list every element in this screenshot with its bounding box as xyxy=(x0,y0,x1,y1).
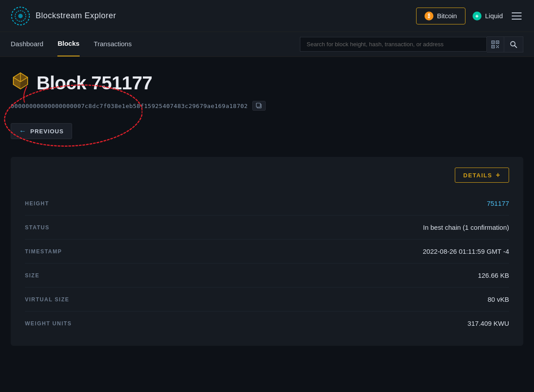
svg-point-2 xyxy=(18,14,23,18)
liquid-label: Liquid xyxy=(485,12,503,20)
virtual-size-value: 80 vKB xyxy=(488,296,509,303)
info-row-timestamp: TIMESTAMP 2022-08-26 01:11:59 GMT -4 xyxy=(25,240,509,264)
qr-icon xyxy=(491,40,499,48)
details-label: DETAILS xyxy=(463,172,492,179)
plus-icon: + xyxy=(496,171,501,179)
details-button[interactable]: DETAILS + xyxy=(455,168,509,183)
qr-button[interactable] xyxy=(487,36,504,52)
nav-transactions[interactable]: Transactions xyxy=(94,32,132,56)
logo-icon xyxy=(11,6,30,26)
block-title: Block 751177 xyxy=(36,72,152,94)
status-label: STATUS xyxy=(25,224,49,231)
virtual-size-label: VIRTUAL SIZE xyxy=(25,296,69,303)
nav-dashboard[interactable]: Dashboard xyxy=(11,32,43,56)
hamburger-menu[interactable] xyxy=(510,11,523,21)
hash-row: 00000000000000000007c8dc7f038e1eb58f1592… xyxy=(11,101,523,111)
details-card: DETAILS + HEIGHT 751177 STATUS In best c… xyxy=(11,157,523,346)
nav-blocks[interactable]: Blocks xyxy=(57,32,79,56)
bitcoin-button[interactable]: ₿ Bitcoin xyxy=(416,8,465,24)
weight-units-value: 317.409 KWU xyxy=(468,320,509,327)
top-navigation: Blockstream Explorer ₿ Bitcoin ◈ Liquid xyxy=(0,0,534,32)
svg-rect-11 xyxy=(496,47,497,48)
size-label: SIZE xyxy=(25,272,40,279)
copy-hash-button[interactable] xyxy=(252,101,266,111)
block-cube-icon xyxy=(11,71,30,95)
search-input[interactable] xyxy=(300,37,487,52)
timestamp-label: TIMESTAMP xyxy=(25,248,62,255)
timestamp-value: 2022-08-26 01:11:59 GMT -4 xyxy=(423,248,509,255)
logo-area: Blockstream Explorer xyxy=(11,6,116,26)
nav-links: Dashboard Blocks Transactions xyxy=(11,32,132,56)
liquid-button[interactable]: ◈ Liquid xyxy=(473,12,503,20)
liquid-icon: ◈ xyxy=(473,12,481,20)
block-hash: 00000000000000000007c8dc7f038e1eb58f1592… xyxy=(11,103,248,109)
search-button[interactable] xyxy=(504,36,523,52)
weight-units-label: WEIGHT UNITS xyxy=(25,320,72,327)
hamburger-line-1 xyxy=(512,12,522,13)
nav-right: ₿ Bitcoin ◈ Liquid xyxy=(416,8,523,24)
bitcoin-icon: ₿ xyxy=(425,12,433,20)
info-row-weight-units: WEIGHT UNITS 317.409 KWU xyxy=(25,312,509,335)
search-icon xyxy=(510,40,518,48)
block-header: Block 751177 xyxy=(11,71,523,95)
height-label: HEIGHT xyxy=(25,200,49,207)
svg-rect-4 xyxy=(493,42,494,43)
info-row-height: HEIGHT 751177 xyxy=(25,192,509,216)
svg-rect-9 xyxy=(496,45,497,46)
card-header: DETAILS + xyxy=(25,168,509,183)
svg-rect-12 xyxy=(498,47,499,48)
bitcoin-label: Bitcoin xyxy=(437,12,457,20)
svg-rect-8 xyxy=(493,46,494,47)
status-value: In best chain (1 confirmation) xyxy=(423,224,509,231)
left-arrow-icon: ← xyxy=(19,127,27,135)
previous-label: PREVIOUS xyxy=(30,128,64,135)
copy-icon xyxy=(256,103,262,109)
info-row-virtual-size: VIRTUAL SIZE 80 vKB xyxy=(25,288,509,312)
svg-rect-24 xyxy=(256,103,260,107)
svg-rect-10 xyxy=(498,45,499,46)
logo-text: Blockstream Explorer xyxy=(36,11,116,20)
size-value: 126.66 KB xyxy=(478,272,509,279)
info-row-status: STATUS In best chain (1 confirmation) xyxy=(25,216,509,240)
svg-rect-6 xyxy=(497,42,498,43)
svg-rect-13 xyxy=(497,46,498,47)
info-row-size: SIZE 126.66 KB xyxy=(25,264,509,288)
secondary-navigation: Dashboard Blocks Transactions xyxy=(0,32,534,57)
main-content: Block 751177 00000000000000000007c8dc7f0… xyxy=(0,57,534,356)
hamburger-line-2 xyxy=(512,16,522,16)
search-area xyxy=(300,36,523,52)
svg-line-15 xyxy=(515,45,517,48)
hamburger-line-3 xyxy=(512,19,522,20)
previous-button[interactable]: ← PREVIOUS xyxy=(11,123,72,139)
height-value[interactable]: 751177 xyxy=(487,200,509,207)
